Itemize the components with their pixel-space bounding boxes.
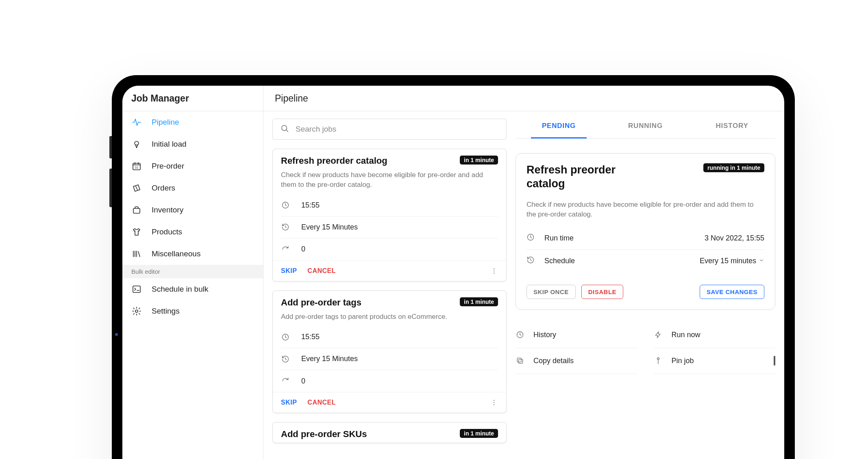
device-camera bbox=[115, 333, 118, 336]
search-input[interactable] bbox=[296, 125, 499, 134]
job-schedule-row: Every 15 Minutes bbox=[281, 348, 498, 370]
sidebar-section-bulk-editor: Bulk editor bbox=[122, 265, 263, 278]
sidebar-item-label: Initial load bbox=[152, 140, 187, 149]
quick-history[interactable]: History bbox=[516, 322, 637, 348]
svg-point-18 bbox=[657, 358, 659, 360]
tab-history[interactable]: HISTORY bbox=[689, 111, 775, 138]
svg-point-4 bbox=[135, 310, 138, 312]
page-title: Pipeline bbox=[263, 86, 784, 111]
sidebar-item-miscellaneous[interactable]: Miscellaneous bbox=[122, 243, 263, 265]
gear-icon bbox=[131, 306, 142, 316]
save-changes-button[interactable]: SAVE CHANGES bbox=[700, 285, 764, 299]
job-count-row: 0 bbox=[281, 238, 498, 260]
library-icon bbox=[131, 249, 142, 259]
tab-running[interactable]: RUNNING bbox=[602, 111, 689, 138]
cancel-button[interactable]: CANCEL bbox=[307, 399, 336, 406]
history-icon bbox=[281, 355, 290, 364]
quick-pin-label: Pin job bbox=[672, 357, 694, 365]
kebab-icon[interactable] bbox=[490, 397, 498, 408]
pin-icon bbox=[654, 356, 663, 365]
quick-run-now-label: Run now bbox=[672, 331, 700, 339]
svg-point-8 bbox=[494, 270, 494, 271]
svg-rect-2 bbox=[133, 208, 140, 213]
sidebar-item-pre-order[interactable]: 31 Pre-order bbox=[122, 155, 263, 177]
detail-runtime-row: Run time 3 Nov 2022, 15:55 bbox=[526, 227, 764, 250]
history-icon bbox=[281, 223, 290, 232]
svg-point-11 bbox=[494, 400, 494, 401]
job-time-row: 15:55 bbox=[281, 326, 498, 348]
sidebar-item-label: Miscellaneous bbox=[152, 249, 200, 258]
svg-rect-17 bbox=[517, 358, 521, 362]
sidebar-item-pipeline[interactable]: Pipeline bbox=[122, 111, 263, 133]
job-card: Add pre-order tags in 1 minute Add pre-o… bbox=[272, 290, 507, 414]
skip-button[interactable]: SKIP bbox=[281, 267, 297, 275]
chevron-down-icon bbox=[759, 257, 764, 265]
job-title: Add pre-order tags bbox=[281, 297, 361, 308]
sidebar-item-products[interactable]: Products bbox=[122, 221, 263, 243]
cancel-button[interactable]: CANCEL bbox=[307, 267, 336, 275]
clock-icon bbox=[281, 201, 290, 210]
sidebar-item-settings[interactable]: Settings bbox=[122, 300, 263, 322]
svg-rect-3 bbox=[133, 286, 140, 292]
job-title: Refresh preorder catalog bbox=[281, 156, 387, 166]
sidebar-item-label: Products bbox=[152, 227, 182, 236]
svg-point-9 bbox=[494, 273, 494, 273]
pulse-icon bbox=[131, 117, 142, 128]
job-badge: in 1 minute bbox=[460, 429, 498, 438]
quick-pin-job[interactable]: Pin job bbox=[654, 348, 776, 374]
job-freq: Every 15 Minutes bbox=[301, 223, 358, 232]
main: Pipeline bbox=[263, 86, 784, 459]
tabs: PENDING RUNNING HISTORY bbox=[516, 111, 775, 139]
pin-checkbox[interactable] bbox=[774, 356, 775, 366]
detail-badge: running in 1 minute bbox=[703, 163, 764, 172]
calendar-icon: 31 bbox=[131, 161, 142, 171]
job-badge: in 1 minute bbox=[460, 156, 498, 165]
shirt-icon bbox=[131, 227, 142, 237]
disable-button[interactable]: DISABLE bbox=[581, 285, 623, 299]
history-icon bbox=[526, 256, 535, 266]
quick-copy-details[interactable]: Copy details bbox=[516, 348, 637, 374]
sidebar-item-schedule-in-bulk[interactable]: Schedule in bulk bbox=[122, 278, 263, 300]
svg-point-7 bbox=[494, 268, 494, 269]
detail-schedule-row[interactable]: Schedule Every 15 minutes bbox=[526, 250, 764, 273]
copy-icon bbox=[516, 356, 524, 365]
search-icon bbox=[280, 124, 289, 134]
job-card: Add pre-order SKUs in 1 minute bbox=[272, 422, 507, 443]
quick-actions: History Run now Copy details bbox=[516, 322, 775, 374]
detail-description: Check if new products have become eligib… bbox=[526, 200, 764, 220]
skip-once-button[interactable]: SKIP ONCE bbox=[526, 285, 576, 299]
terminal-icon bbox=[131, 284, 142, 294]
quick-copy-label: Copy details bbox=[533, 357, 574, 365]
job-count: 0 bbox=[301, 377, 305, 385]
kebab-icon[interactable] bbox=[490, 266, 498, 276]
sidebar: Job Manager Pipeline Initial load bbox=[122, 86, 263, 459]
refresh-icon bbox=[281, 245, 290, 254]
sidebar-item-label: Inventory bbox=[152, 206, 183, 214]
sidebar-item-label: Pre-order bbox=[152, 162, 184, 171]
detail-schedule-value: Every 15 minutes bbox=[700, 257, 756, 265]
job-count-row: 0 bbox=[281, 370, 498, 392]
job-time: 15:55 bbox=[301, 333, 320, 341]
sidebar-item-orders[interactable]: Orders bbox=[122, 177, 263, 199]
svg-point-5 bbox=[282, 126, 287, 131]
search-box[interactable] bbox=[272, 119, 507, 140]
job-freq: Every 15 Minutes bbox=[301, 355, 358, 363]
tab-pending[interactable]: PENDING bbox=[516, 111, 602, 138]
job-count: 0 bbox=[301, 245, 305, 253]
sidebar-item-inventory[interactable]: Inventory bbox=[122, 199, 263, 221]
svg-point-13 bbox=[494, 404, 494, 405]
box-icon bbox=[131, 205, 142, 215]
clock-icon bbox=[516, 330, 524, 339]
svg-text:31: 31 bbox=[135, 166, 139, 169]
detail-column: PENDING RUNNING HISTORY Refresh preorder… bbox=[516, 111, 784, 459]
detail-runtime-label: Run time bbox=[544, 234, 574, 242]
job-description: Check if new products have become eligib… bbox=[281, 170, 498, 190]
job-schedule-row: Every 15 Minutes bbox=[281, 217, 498, 238]
skip-button[interactable]: SKIP bbox=[281, 399, 297, 406]
job-description: Add pre-order tags to parent products on… bbox=[281, 312, 498, 322]
svg-rect-16 bbox=[519, 359, 523, 364]
tablet-frame: Job Manager Pipeline Initial load bbox=[112, 75, 795, 459]
quick-run-now[interactable]: Run now bbox=[654, 322, 776, 348]
svg-point-12 bbox=[494, 402, 494, 403]
sidebar-item-initial-load[interactable]: Initial load bbox=[122, 133, 263, 155]
